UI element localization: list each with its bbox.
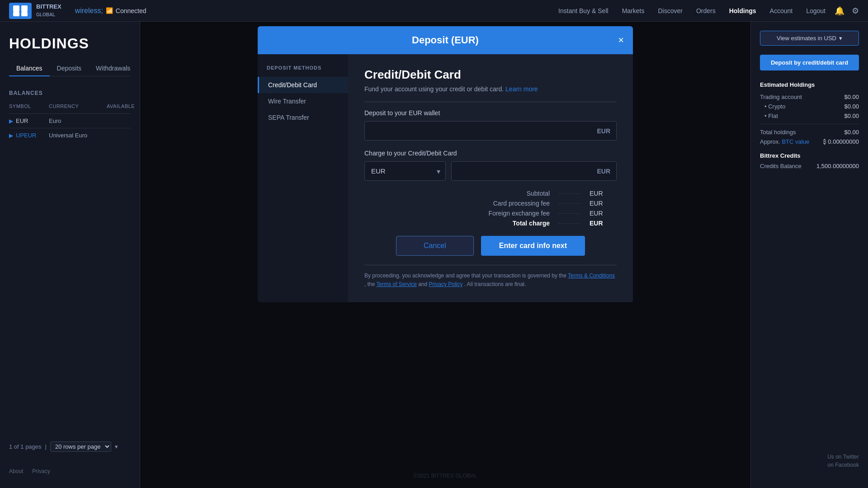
foreign-exchange-row: Foreign exchange fee -------- EUR bbox=[364, 210, 617, 217]
foreign-exchange-value: EUR bbox=[590, 210, 617, 217]
enter-card-info-button[interactable]: Enter card info next bbox=[481, 236, 585, 256]
cancel-button[interactable]: Cancel bbox=[396, 236, 474, 256]
chevron-down-icon: ▾ bbox=[839, 35, 842, 42]
total-charge-row: Total charge -------- EUR bbox=[364, 220, 617, 227]
tab-balances[interactable]: Balances bbox=[9, 61, 50, 76]
flat-label: • Flat bbox=[764, 113, 778, 119]
svg-rect-0 bbox=[13, 5, 19, 12]
trading-account-row: Trading account $0.00 bbox=[760, 94, 859, 100]
modal-sidebar: DEPOSIT METHODS Credit/Debit Card Wire T… bbox=[258, 54, 348, 302]
crypto-value: $0.00 bbox=[844, 103, 859, 110]
bittrex-logo bbox=[9, 3, 32, 19]
nav-holdings[interactable]: Holdings bbox=[729, 7, 756, 14]
currency-select-group: EUR USD GBP ▾ bbox=[364, 161, 446, 181]
table-row: ▶ EUR Euro bbox=[9, 113, 131, 128]
expand-eur-icon[interactable]: ▶ bbox=[9, 118, 13, 124]
charge-currency-select[interactable]: EUR USD GBP bbox=[364, 161, 446, 181]
modal-actions: Cancel Enter card info next bbox=[364, 236, 617, 256]
charge-label: Charge to your Credit/Debit Card bbox=[364, 150, 617, 157]
credits-balance-row: Credits Balance 1,500.00000000 bbox=[760, 163, 859, 169]
credits-balance-value: 1,500.00000000 bbox=[816, 163, 859, 169]
holdings-divider bbox=[760, 124, 859, 124]
expand-upeur-icon[interactable]: ▶ bbox=[9, 132, 13, 139]
subtotal-dots: -------- bbox=[559, 190, 580, 197]
btc-value-link[interactable]: BTC value bbox=[782, 138, 809, 145]
nav-account[interactable]: Account bbox=[770, 7, 793, 14]
processing-fee-value: EUR bbox=[590, 200, 617, 207]
total-holdings-label: Total holdings bbox=[760, 129, 796, 136]
modal-body: DEPOSIT METHODS Credit/Debit Card Wire T… bbox=[258, 54, 633, 302]
gear-icon[interactable]: ⚙ bbox=[852, 6, 859, 16]
deposit-currency-suffix: EUR bbox=[597, 127, 610, 135]
top-nav: BITTREXGLOBAL wireless; 📶 Connected Inst… bbox=[0, 0, 868, 22]
subtotal-label: Subtotal bbox=[468, 190, 550, 197]
deposit-wallet-label: Deposit to your EUR wallet bbox=[364, 109, 617, 117]
center-panel: Deposit (EUR) × DEPOSIT METHODS Credit/D… bbox=[140, 22, 750, 488]
svg-rect-3 bbox=[21, 12, 28, 16]
content-title: Credit/Debit Card bbox=[364, 68, 617, 82]
eur-name: Euro bbox=[49, 117, 103, 124]
about-link[interactable]: About bbox=[9, 468, 23, 474]
total-charge-dots: -------- bbox=[559, 220, 580, 226]
method-credit-card[interactable]: Credit/Debit Card bbox=[258, 77, 348, 93]
privacy-link[interactable]: Privacy bbox=[32, 468, 50, 474]
method-wire-transfer[interactable]: Wire Transfer bbox=[258, 93, 348, 109]
deposit-credit-card-button[interactable]: Deposit by credit/debit card bbox=[760, 55, 859, 70]
trading-account-label: Trading account bbox=[760, 94, 802, 100]
nav-links: Instant Buy & Sell Markets Discover Orde… bbox=[558, 7, 826, 14]
table-row: ▶ UPEUR Universal Euro bbox=[9, 128, 131, 142]
dropdown-arrow-icon: ▾ bbox=[115, 443, 118, 450]
credits-balance-label: Credits Balance bbox=[760, 163, 802, 169]
view-estimates-button[interactable]: View estimates in USD ▾ bbox=[760, 31, 859, 46]
modal-close-button[interactable]: × bbox=[618, 35, 624, 45]
nav-instant-buy[interactable]: Instant Buy & Sell bbox=[558, 7, 609, 14]
left-panel: HOLDINGS Balances Deposits Withdrawals B… bbox=[0, 22, 140, 488]
processing-fee-dots: -------- bbox=[559, 200, 580, 206]
eur-symbol: EUR bbox=[16, 117, 28, 124]
content-subtitle: Fund your account using your credit or d… bbox=[364, 85, 617, 93]
deposit-amount-input[interactable] bbox=[364, 121, 617, 141]
foreign-exchange-label: Foreign exchange fee bbox=[468, 210, 550, 217]
tab-withdrawals[interactable]: Withdrawals bbox=[89, 61, 137, 76]
modal-footer-text: By proceeding, you acknowledge and agree… bbox=[364, 272, 617, 289]
charge-amount-input[interactable] bbox=[451, 161, 617, 181]
balances-section-title: BALANCES bbox=[9, 90, 131, 96]
pagination: 1 of 1 pages | 20 rows per page ▾ bbox=[9, 441, 118, 452]
terms-service-link[interactable]: Terms of Service bbox=[376, 281, 416, 287]
pagination-text: 1 of 1 pages bbox=[9, 443, 42, 450]
charge-currency-suffix: EUR bbox=[597, 168, 610, 175]
wifi-icon: wireless; bbox=[75, 7, 103, 15]
deposit-amount-group: EUR bbox=[364, 121, 617, 141]
deposit-methods-label: DEPOSIT METHODS bbox=[258, 65, 348, 70]
svg-rect-2 bbox=[13, 12, 19, 16]
rows-per-page-select[interactable]: 20 rows per page bbox=[50, 441, 111, 452]
nav-discover[interactable]: Discover bbox=[658, 7, 682, 14]
twitter-link[interactable]: Us on Twitter bbox=[827, 454, 859, 460]
modal-overlay: Deposit (EUR) × DEPOSIT METHODS Credit/D… bbox=[140, 22, 750, 488]
bell-icon[interactable]: 🔔 bbox=[835, 6, 844, 16]
privacy-policy-link[interactable]: Privacy Policy bbox=[429, 281, 463, 287]
modal-header: Deposit (EUR) × bbox=[258, 26, 633, 54]
tabs: Balances Deposits Withdrawals bbox=[9, 61, 131, 76]
terms-conditions-link[interactable]: Terms & Conditions bbox=[568, 272, 615, 279]
svg-rect-1 bbox=[21, 5, 28, 12]
nav-orders[interactable]: Orders bbox=[696, 7, 716, 14]
connected-label: Connected bbox=[116, 7, 146, 14]
symbol-header: SYMBOL bbox=[9, 103, 45, 109]
estimated-holdings-title: Estimated Holdings bbox=[760, 81, 859, 88]
content-divider bbox=[364, 102, 617, 102]
tab-deposits[interactable]: Deposits bbox=[50, 61, 89, 76]
nav-markets[interactable]: Markets bbox=[622, 7, 645, 14]
learn-more-link[interactable]: Learn more bbox=[505, 85, 538, 93]
method-sepa-transfer[interactable]: SEPA Transfer bbox=[258, 109, 348, 126]
total-holdings-value: $0.00 bbox=[844, 129, 859, 136]
crypto-row: • Crypto $0.00 bbox=[760, 103, 859, 110]
nav-logout[interactable]: Logout bbox=[806, 7, 826, 14]
facebook-link[interactable]: on Facebook bbox=[827, 462, 859, 468]
currency-header: CURRENCY bbox=[49, 103, 103, 109]
flat-row: • Flat $0.00 bbox=[760, 113, 859, 119]
right-panel: View estimates in USD ▾ Deposit by credi… bbox=[750, 22, 868, 488]
upeur-symbol[interactable]: UPEUR bbox=[16, 132, 37, 139]
total-charge-value: EUR bbox=[590, 220, 617, 227]
charge-row: EUR USD GBP ▾ EUR bbox=[364, 161, 617, 181]
